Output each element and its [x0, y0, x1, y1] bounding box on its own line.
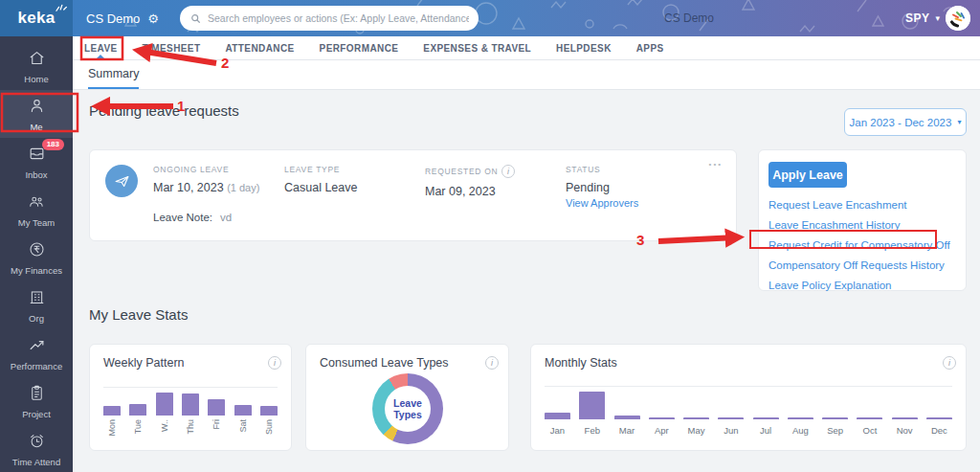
tab-attendance[interactable]: ATTENDANCE [225, 36, 294, 59]
bar [579, 392, 605, 419]
bar-category-label: Feb [585, 425, 600, 436]
tab-apps[interactable]: APPS [636, 36, 664, 59]
sidebar-item-inbox[interactable]: Inbox183 [0, 138, 73, 186]
bar-category-label: Dec [931, 425, 947, 436]
bar-category-label: Aug [792, 425, 809, 436]
gear-icon[interactable]: ⚙ [147, 11, 159, 26]
bar-column-dec: Dec [926, 387, 952, 419]
requested-on-label: REQUESTED ON [425, 167, 498, 176]
trend-icon [28, 336, 46, 358]
card-menu-dots-icon[interactable]: ••• [709, 160, 723, 169]
weekly-pattern-card: Weekly Pattern i MonTueW..ThuFriSatSun [89, 344, 292, 451]
status-value: Pending [566, 181, 638, 194]
chevron-down-icon: ▾ [935, 13, 940, 23]
tab-timesheet[interactable]: TIMESHEET [143, 36, 201, 59]
tab-performance[interactable]: PERFORMANCE [320, 36, 399, 59]
bar [260, 406, 278, 416]
alarm-clock-icon [28, 432, 46, 454]
info-icon[interactable]: i [943, 356, 956, 370]
bar-column-may: May [683, 387, 709, 419]
clipboard-icon [28, 384, 46, 406]
sidebar-item-home[interactable]: Home [0, 42, 73, 90]
search-input[interactable] [208, 12, 469, 24]
weekly-pattern-title: Weekly Pattern [103, 356, 185, 370]
leave-type-label: LEAVE TYPE [284, 165, 357, 174]
monthly-stats-title: Monthly Stats [545, 356, 617, 370]
inbox-count-badge: 183 [42, 139, 64, 150]
bar-category-label: Sep [827, 425, 843, 436]
link-request-leave-encashment[interactable]: Request Leave Encashment [768, 199, 966, 212]
leave-action-links: Request Leave EncashmentLeave Encashment… [768, 199, 966, 292]
bar-column-oct: Oct [857, 387, 882, 419]
bar-column-mar: Mar [614, 387, 640, 419]
sidebar-item-project[interactable]: Project [0, 377, 73, 425]
bar-column-jul: Jul [753, 387, 779, 419]
tab-bar: LEAVETIMESHEETATTENDANCEPERFORMANCEEXPEN… [73, 36, 980, 60]
bar-category-label: Sat [238, 419, 247, 433]
bar [788, 417, 813, 419]
company-switcher[interactable]: CS Demo ⚙ [86, 0, 159, 36]
bar [892, 417, 918, 419]
sidebar-item-performance[interactable]: Performance [0, 329, 73, 377]
user-menu[interactable]: SPY ▾ [905, 0, 970, 36]
bar [208, 399, 225, 416]
subtab-bar: Summary [73, 60, 980, 90]
ongoing-leave-value: Mar 10, 2023 (1 day) [153, 181, 259, 194]
tab-helpdesk[interactable]: HELPDESK [556, 36, 612, 59]
bar [753, 417, 779, 419]
info-icon[interactable]: i [485, 356, 499, 370]
link-leave-encashment-history[interactable]: Leave Encashment History [768, 219, 966, 232]
view-approvers-link[interactable]: View Approvers [566, 197, 638, 209]
sidebar-item-label: My Finances [11, 265, 62, 276]
bar-category-label: Nov [897, 425, 913, 436]
leave-type-value: Casual Leave [284, 181, 357, 194]
bar [822, 417, 848, 419]
bar-column-tue: Tue [129, 388, 146, 416]
keka-logo[interactable]: keka [0, 0, 73, 36]
link-request-credit-for-compensatory-off[interactable]: Request Credit for Compensatory Off [768, 239, 966, 252]
pending-leave-card: ONGOING LEAVE Mar 10, 2023 (1 day) LEAVE… [89, 149, 737, 241]
avatar[interactable] [946, 6, 970, 31]
status-label: STATUS [566, 165, 638, 174]
bar-column-aug: Aug [788, 387, 813, 419]
link-compensatory-off-requests-history[interactable]: Compensatory Off Requests History [768, 259, 966, 272]
date-range-value: Jan 2023 - Dec 2023 [850, 117, 952, 128]
bar-column-thu: Thu [182, 388, 199, 416]
bar [103, 406, 121, 416]
pending-requests-title: Pending leave requests [89, 102, 239, 119]
main-content: Pending leave requests Jan 2023 - Dec 20… [73, 90, 980, 472]
sidebar-item-me[interactable]: Me [0, 90, 73, 138]
sidebar-item-label: My Team [18, 217, 55, 228]
global-search[interactable] [180, 6, 479, 31]
sidebar-item-time-attend[interactable]: Time Attend [0, 425, 73, 472]
sidebar-item-my-finances[interactable]: My Finances [0, 234, 73, 281]
sidebar-item-label: Org [29, 313, 44, 324]
bar-column-apr: Apr [649, 387, 675, 419]
username[interactable]: SPY [905, 11, 930, 25]
bar-category-label: Jan [550, 425, 565, 436]
leave-note-value: vd [220, 212, 232, 223]
keka-logo-text: keka [17, 9, 55, 28]
building-icon [28, 288, 46, 310]
subtab-summary[interactable]: Summary [88, 67, 139, 89]
leave-note: Leave Note:vd [153, 212, 232, 223]
bar [234, 405, 252, 416]
requested-on-column: REQUESTED ON i Mar 09, 2023 [425, 165, 515, 198]
link-leave-policy-explanation[interactable]: Leave Policy Explanation [768, 280, 966, 292]
bar-column-mon: Mon [103, 388, 121, 416]
leave-type-column: LEAVE TYPE Casual Leave [284, 165, 357, 194]
tab-expenses-travel[interactable]: EXPENSES & TRAVEL [423, 36, 531, 59]
sidebar-item-label: Inbox [25, 169, 47, 180]
sidebar-item-my-team[interactable]: My Team [0, 186, 73, 234]
bar-column-sun: Sun [260, 388, 278, 416]
bar-category-label: Jul [760, 425, 771, 436]
info-icon[interactable]: i [268, 356, 281, 370]
info-icon[interactable]: i [501, 165, 515, 178]
tab-leave[interactable]: LEAVE [84, 36, 118, 59]
apply-leave-button[interactable]: Apply Leave [768, 162, 847, 188]
company-name: CS Demo [86, 11, 140, 26]
logo-spark-icon [55, 3, 67, 12]
date-range-dropdown[interactable]: Jan 2023 - Dec 2023 ▾ [844, 108, 967, 136]
bar [649, 417, 675, 419]
sidebar-item-org[interactable]: Org [0, 281, 73, 329]
